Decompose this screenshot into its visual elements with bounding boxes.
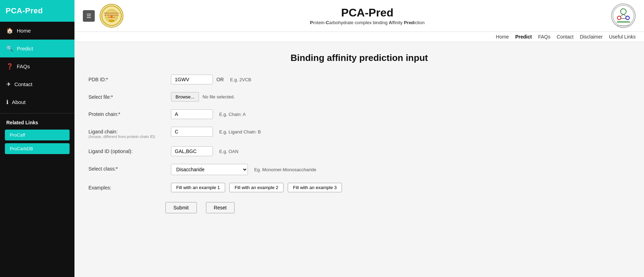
related-links-label: Related Links [0,116,74,128]
select-class-dropdown[interactable]: Monomer-Monosaccharide Disaccharide Tris… [171,164,248,175]
ligand-id-input[interactable] [171,146,213,156]
ligand-chain-input-area: E.g. Ligand Chain: B [171,127,261,137]
nav-link-useful-links[interactable]: Useful Links [609,34,636,40]
ligand-id-hint: E.g. OAN [219,149,238,154]
sidebar-item-label-about: About [12,99,26,105]
protein-chain-label: Protein chain:* [88,109,165,117]
page-content: Binding affinity prediction input PDB ID… [74,42,644,277]
sidebar-item-faqs[interactable]: ❓ FAQs [0,57,74,75]
sidebar-item-about[interactable]: ℹ About [0,93,74,111]
sidebar-divider [0,113,74,113]
sidebar-item-home[interactable]: 🏠 Home [0,22,74,40]
sidebar-item-contact[interactable]: ✈ Contact [0,75,74,93]
ligand-chain-label: Ligand chain: (Incase, different from pr… [88,127,165,139]
sidebar-item-predict[interactable]: 🔍 Predict [0,40,74,57]
select-file-input-area: Browse... No file selected. [171,92,235,102]
home-icon: 🏠 [6,27,13,34]
ligand-chain-row: Ligand chain: (Incase, different from pr… [88,127,630,139]
pdb-id-input[interactable] [171,75,213,84]
select-class-input-area: Monomer-Monosaccharide Disaccharide Tris… [171,164,316,175]
sidebar-item-label-contact: Contact [14,81,33,87]
reset-button[interactable]: Reset [206,202,235,213]
ligand-id-input-area: E.g. OAN [171,146,238,156]
protein-chain-input-area: E.g. Chain: A [171,109,246,119]
example2-button[interactable]: Fill with an example 2 [229,183,284,192]
protein-bioinformatics-logo: Protein Bioinformatics Lab [611,4,636,28]
submit-row: Submit Reset [88,202,630,213]
protein-chain-hint: E.g. Chain: A [219,112,246,117]
pdb-id-label: PDB ID:* [88,75,165,82]
send-icon: ✈ [6,81,11,88]
top-header: ☰ INDIAN INSTITUTE OF TECHNOLOGY MADRAS … [74,0,644,32]
sidebar-item-label-faqs: FAQs [17,63,30,69]
procaff-link[interactable]: ProCaff [5,130,70,140]
ligand-id-row: Ligand ID (optional): E.g. OAN [88,146,630,156]
select-file-row: Select file:* Browse... No file selected… [88,92,630,102]
pdb-id-hint: E.g. 2VCB [230,77,251,82]
nav-link-home[interactable]: Home [496,34,509,40]
select-class-row: Select class:* Monomer-Monosaccharide Di… [88,164,630,175]
submit-button[interactable]: Submit [165,202,197,213]
protein-chain-row: Protein chain:* E.g. Chain: A [88,109,630,119]
main-content: ☰ INDIAN INSTITUTE OF TECHNOLOGY MADRAS … [74,0,644,277]
sidebar-title: PCA-Pred [0,0,74,22]
ligand-chain-input[interactable] [171,127,213,137]
browse-button[interactable]: Browse... [171,92,199,102]
sidebar-item-label-predict: Predict [17,46,33,51]
site-subtitle: Protein-Carbohydrate complex binding Aff… [123,20,611,25]
page-heading: Binding affinity prediction input [88,53,630,63]
svg-point-6 [110,16,113,18]
hamburger-icon: ☰ [86,13,91,19]
header-center: PCA-Pred Protein-Carbohydrate complex bi… [123,6,611,25]
no-file-text: No file selected. [202,94,235,99]
svg-text:Protein Bioinformatics Lab: Protein Bioinformatics Lab [615,25,632,26]
nav-link-faqs[interactable]: FAQs [538,34,550,40]
examples-label: Examples: [88,183,165,191]
question-icon: ❓ [6,63,13,70]
procarbdb-link[interactable]: ProCarbDB [5,143,70,154]
select-class-hint: Eg. Monomer-Monosaccharide [254,167,316,172]
ligand-chain-hint: E.g. Ligand Chain: B [219,129,261,134]
select-class-label: Select class:* [88,164,165,172]
sidebar-item-label-home: Home [17,28,31,34]
svg-text:INDIAN INSTITUTE: INDIAN INSTITUTE [104,12,120,14]
pdb-id-row: PDB ID:* OR E.g. 2VCB [88,75,630,84]
select-file-label: Select file:* [88,92,165,100]
protein-chain-input[interactable] [171,109,213,119]
info-icon: ℹ [6,99,8,105]
example1-button[interactable]: Fill with an example 1 [171,183,225,192]
nav-link-contact[interactable]: Contact [557,34,573,40]
nav-link-disclaimer[interactable]: Disclaimer [580,34,602,40]
examples-row: Examples: Fill with an example 1 Fill wi… [88,183,630,194]
examples-buttons-area: Fill with an example 1 Fill with an exam… [171,183,344,194]
nav-bar: Home Predict FAQs Contact Disclaimer Use… [74,32,644,42]
site-title: PCA-Pred [123,6,611,19]
search-icon: 🔍 [6,45,13,52]
sidebar: PCA-Pred 🏠 Home 🔍 Predict ❓ FAQs ✈ Conta… [0,0,74,277]
pdb-id-input-area: OR E.g. 2VCB [171,75,251,84]
header-left: ☰ INDIAN INSTITUTE OF TECHNOLOGY MADRAS [83,4,123,28]
iit-madras-logo: INDIAN INSTITUTE OF TECHNOLOGY MADRAS [100,4,123,28]
example3-button[interactable]: Fill with an example 3 [288,183,342,192]
menu-toggle-button[interactable]: ☰ [83,10,95,22]
nav-link-predict[interactable]: Predict [515,34,532,40]
or-text: OR [216,77,224,82]
ligand-id-label: Ligand ID (optional): [88,146,165,154]
